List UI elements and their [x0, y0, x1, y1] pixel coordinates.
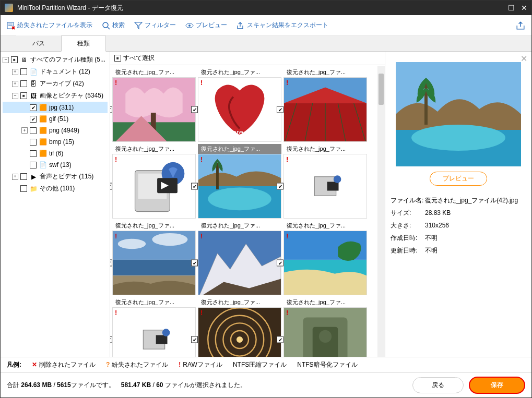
checkbox[interactable]	[30, 104, 37, 111]
png-icon: 🟧	[39, 126, 47, 135]
close-icon[interactable]: ✕	[521, 4, 527, 12]
main: − 🖥 すべてのファイル種類 (5... + 📄 ドキュメント (12) + 🗄…	[1, 52, 531, 357]
expand-icon[interactable]: +	[12, 81, 18, 87]
thumbnail-item[interactable]: 復元された_jpg_ファ...!	[283, 297, 367, 357]
thumbnail-image[interactable]: !	[198, 307, 281, 357]
expand-icon[interactable]: +	[12, 174, 18, 180]
checkbox[interactable]	[30, 139, 37, 146]
thumbnail-item[interactable]: 復元された_jpg_ファ...!	[283, 67, 367, 142]
checkbox[interactable]	[30, 162, 37, 168]
back-button[interactable]: 戻る	[412, 377, 464, 393]
thumbnail-label: 復元された_jpg_ファ...	[283, 221, 367, 231]
thumbnail-image[interactable]: !	[283, 231, 367, 295]
thumbnail-item[interactable]: 復元された_jpg_ファ...!	[198, 144, 281, 219]
close-preview-icon[interactable]: ✕	[521, 54, 527, 64]
filter-icon	[134, 21, 143, 30]
thumbnail-image[interactable]: !ExploreHuman Heart	[198, 77, 281, 142]
tree-bmp[interactable]: 🟧 bmp (15)	[3, 136, 108, 148]
checkbox[interactable]	[191, 336, 198, 343]
raw-marker-icon: !	[115, 79, 117, 87]
checkbox[interactable]	[110, 106, 112, 113]
checkbox[interactable]	[110, 336, 112, 343]
expand-icon[interactable]: +	[12, 69, 18, 75]
checkbox[interactable]	[110, 183, 112, 190]
thumbnail-image[interactable]: !	[198, 154, 281, 219]
thumbnail-item[interactable]: 復元された_jpg_ファ...!	[112, 297, 196, 357]
thumbnail-item[interactable]: 復元された_jpg_ファ...!	[112, 221, 196, 295]
scrollbar-thumb[interactable]	[379, 74, 384, 105]
thumbnail-image[interactable]: !	[198, 231, 281, 295]
thumbnail-image[interactable]: !	[283, 307, 367, 357]
checkbox[interactable]	[277, 183, 283, 190]
collapse-icon[interactable]: −	[3, 57, 9, 63]
checkbox[interactable]	[20, 185, 27, 192]
search-button[interactable]: 検索	[102, 21, 125, 30]
tab-type[interactable]: 種類	[61, 35, 106, 52]
thumbnail-label: 復元された_jpg_ファ...	[198, 144, 281, 154]
checkbox[interactable]	[110, 260, 112, 267]
thumbnail-image[interactable]: !	[112, 154, 196, 219]
tree-tif[interactable]: 🟧 tif (6)	[3, 148, 108, 159]
checkbox[interactable]	[20, 92, 27, 99]
filter-button[interactable]: フィルター	[134, 21, 176, 30]
export-button[interactable]: スキャン結果をエクスポート	[237, 21, 328, 30]
thumbnail-item[interactable]: 復元された_jpg_ファ...!	[112, 67, 196, 142]
checkbox[interactable]	[30, 116, 37, 123]
thumbnail-image[interactable]: !	[283, 77, 367, 142]
checkbox[interactable]	[114, 55, 121, 62]
thumbnail-image[interactable]: !	[283, 154, 367, 219]
select-all-row[interactable]: すべて選択	[110, 52, 385, 65]
thumbnail-item[interactable]: 復元された_jpg_ファ...!	[112, 144, 196, 219]
tree-audio-video[interactable]: + ▶ 音声とビデオ (115)	[3, 171, 108, 183]
checkbox[interactable]	[11, 56, 18, 63]
thumbnail-image[interactable]: !	[112, 307, 196, 357]
tree-png[interactable]: + 🟧 png (4949)	[3, 125, 108, 136]
checkbox[interactable]	[20, 80, 27, 87]
svg-rect-30	[216, 163, 219, 189]
thumbnail-image[interactable]: !	[112, 77, 196, 142]
tree-jpg[interactable]: 🟧 jpg (311)	[3, 102, 108, 113]
thumbnail-item[interactable]: 復元された_jpg_ファ...!	[283, 144, 367, 219]
checkbox[interactable]	[30, 127, 37, 134]
tree-gif[interactable]: 🟧 gif (51)	[3, 113, 108, 125]
checkbox[interactable]	[20, 68, 27, 75]
preview-pane: ✕ プレビュー ファイル名:復元された_jpg_ファイル(42).jpg サイズ…	[385, 52, 531, 357]
raw-marker-icon: !	[115, 309, 117, 317]
thumbnail-grid: 復元された_jpg_ファ...!復元された_jpg_ファ...!ExploreH…	[110, 65, 385, 357]
checkbox[interactable]	[191, 106, 198, 113]
document-icon: 📄	[29, 68, 38, 76]
tab-path[interactable]: パス	[16, 35, 61, 51]
legend-ntfs-compressed: NTFS圧縮ファイル	[233, 360, 287, 369]
tree-swf[interactable]: 📄 swf (13)	[3, 159, 108, 171]
checkbox[interactable]	[277, 106, 283, 113]
share-icon[interactable]	[516, 21, 525, 30]
expand-icon[interactable]: +	[21, 127, 28, 134]
save-button[interactable]: 保存	[469, 377, 525, 394]
tree-images[interactable]: − 🖼 画像とピクチャ (5345)	[3, 90, 108, 102]
thumbnail-item[interactable]: 復元された_jpg_ファ...!	[198, 297, 281, 357]
tree-all-types[interactable]: − 🖥 すべてのファイル種類 (5...	[3, 54, 108, 66]
checkbox[interactable]	[191, 183, 198, 190]
tree-other[interactable]: 📁 その他 (101)	[3, 183, 108, 195]
checkbox[interactable]	[277, 336, 283, 343]
checkbox[interactable]	[277, 260, 283, 267]
show-lost-files-button[interactable]: 紛失されたファイルを表示	[7, 21, 92, 30]
app-window: MiniTool Partition Wizard - データ復元 ☐ ✕ 紛失…	[0, 0, 532, 398]
scrollbar[interactable]	[377, 66, 385, 357]
collapse-icon[interactable]: −	[12, 93, 18, 99]
preview-open-button[interactable]: プレビュー	[430, 172, 487, 186]
thumbnail-item[interactable]: 復元された_jpg_ファ...!ExploreHuman Heart	[198, 67, 281, 142]
tree-documents[interactable]: + 📄 ドキュメント (12)	[3, 66, 108, 78]
thumbnail-item[interactable]: 復元された_jpg_ファ...!	[198, 221, 281, 295]
thumbnail-item[interactable]: 復元された_jpg_ファ...!	[283, 221, 367, 295]
media-icon: ▶	[29, 173, 38, 181]
checkbox[interactable]	[20, 173, 27, 180]
maximize-icon[interactable]: ☐	[508, 4, 515, 12]
raw-marker-icon: !	[286, 232, 288, 240]
preview-button[interactable]: プレビュー	[185, 21, 227, 30]
thumbnail-image[interactable]: !	[112, 231, 196, 295]
checkbox[interactable]	[191, 260, 198, 267]
tree-archive[interactable]: + 🗄 アーカイブ (42)	[3, 78, 108, 90]
window-title: MiniTool Partition Wizard - データ復元	[17, 4, 508, 13]
checkbox[interactable]	[30, 150, 37, 157]
